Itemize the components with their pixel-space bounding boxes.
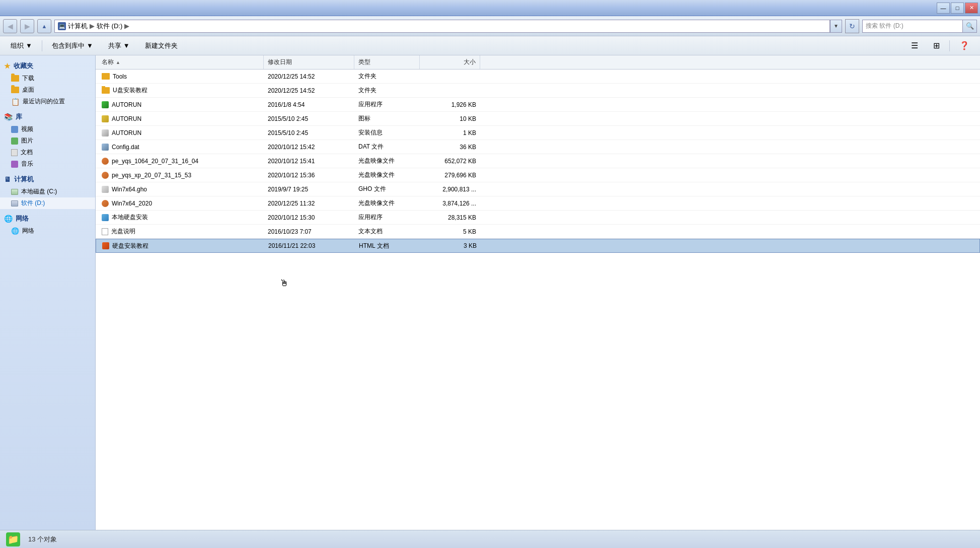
maximize-button[interactable]: □ (951, 3, 964, 14)
sidebar-computer-section: 🖥 计算机 本地磁盘 (C:) 软件 (D:) (0, 173, 95, 209)
sidebar-favorites-header[interactable]: ★ 收藏夹 (0, 59, 95, 73)
back-button[interactable]: ◀ (3, 19, 17, 33)
up-button[interactable]: ▲ (37, 19, 51, 33)
file-type-cell: 应用程序 (354, 213, 420, 222)
search-button[interactable]: 🔍 (963, 20, 977, 33)
file-size-cell: 1 KB (420, 129, 480, 136)
file-name-cell: 本地硬盘安装 (98, 213, 264, 222)
sidebar-item-video[interactable]: 视频 (0, 123, 95, 135)
folder-icon (11, 75, 19, 82)
address-path[interactable]: 💻 计算机 ▶ 软件 (D:) ▶ (54, 20, 830, 33)
col-header-size[interactable]: 大小 (420, 55, 480, 69)
col-header-type[interactable]: 类型 (354, 55, 420, 69)
table-row[interactable]: Win7x64_2020 2020/12/25 11:32 光盘映像文件 3,8… (96, 196, 980, 211)
view-button[interactable]: ☰ (906, 39, 924, 53)
star-icon: ★ (4, 62, 11, 70)
search-box[interactable]: 搜索 软件 (D:) (862, 20, 963, 33)
table-row[interactable]: U盘安装教程 2020/12/25 14:52 文件夹 (96, 84, 980, 98)
sidebar-item-label: 桌面 (22, 86, 34, 94)
picture-icon (11, 138, 18, 145)
sidebar-library-header[interactable]: 📚 库 (0, 110, 95, 123)
col-header-name[interactable]: 名称 ▲ (98, 55, 264, 69)
table-row[interactable]: 硬盘安装教程 2016/11/21 22:03 HTML 文档 3 KB (96, 239, 980, 253)
file-name-cell: AUTORUN (98, 115, 264, 122)
file-size-cell: 3 KB (420, 242, 481, 249)
file-size-cell: 3,874,126 ... (420, 200, 480, 207)
sidebar-item-desktop[interactable]: 桌面 (0, 84, 95, 96)
file-list-empty[interactable] (96, 253, 980, 404)
address-dropdown[interactable]: ▼ (830, 20, 842, 33)
sidebar-network-header[interactable]: 🌐 网络 (0, 212, 95, 225)
table-row[interactable]: Tools 2020/12/25 14:52 文件夹 (96, 70, 980, 84)
favorites-label: 收藏夹 (14, 61, 33, 71)
minimize-button[interactable]: — (937, 3, 950, 14)
table-row[interactable]: Win7x64.gho 2019/9/7 19:25 GHO 文件 2,900,… (96, 182, 980, 196)
sidebar-item-label: 本地磁盘 (C:) (21, 187, 57, 196)
folder-icon (11, 87, 19, 93)
app-icon (102, 214, 109, 221)
sidebar-item-network[interactable]: 🌐 网络 (0, 225, 95, 237)
file-name-cell: Win7x64_2020 (98, 200, 264, 207)
file-date-cell: 2020/12/25 14:52 (264, 73, 354, 80)
new-folder-button[interactable]: 新建文件夹 (139, 39, 183, 53)
table-row[interactable]: 本地硬盘安装 2020/10/12 15:30 应用程序 28,315 KB (96, 211, 980, 225)
help-button[interactable]: ❓ (954, 39, 975, 53)
file-name-cell: U盘安装教程 (98, 86, 264, 95)
file-name-cell: Tools (98, 73, 264, 80)
toolbar-sep-1 (42, 40, 42, 51)
table-row[interactable]: AUTORUN 2015/5/10 2:45 安装信息 1 KB (96, 126, 980, 140)
path-sep-2: ▶ (124, 22, 129, 30)
file-size-cell: 1,926 KB (420, 101, 480, 108)
sidebar-item-drive-d[interactable]: 软件 (D:) (0, 197, 95, 209)
col-header-modified[interactable]: 修改日期 (264, 55, 354, 69)
sidebar-item-label: 最近访问的位置 (23, 97, 65, 106)
table-row[interactable]: Config.dat 2020/10/12 15:42 DAT 文件 36 KB (96, 140, 980, 154)
file-date-cell: 2020/10/12 15:30 (264, 214, 354, 221)
path-computer: 计算机 (68, 22, 88, 31)
include-button[interactable]: 包含到库中 ▼ (46, 39, 99, 53)
file-type-cell: GHO 文件 (354, 185, 420, 193)
file-type-cell: 图标 (354, 114, 420, 123)
iso-icon (102, 172, 109, 179)
sidebar-computer-header[interactable]: 🖥 计算机 (0, 173, 95, 186)
titlebar: — □ ✕ (0, 0, 980, 16)
statusbar: 📁 13 个对象 (0, 530, 980, 548)
file-type-cell: 文件夹 (354, 86, 420, 95)
sidebar-item-documents[interactable]: 文档 (0, 147, 95, 158)
col-size-label: 大小 (464, 58, 476, 66)
sidebar-item-music[interactable]: 音乐 (0, 158, 95, 170)
table-row[interactable]: pe_yqs_xp_20_07_31_15_53 2020/10/12 15:3… (96, 168, 980, 182)
sidebar-item-downloads[interactable]: 下载 (0, 73, 95, 84)
share-dropdown-icon: ▼ (123, 42, 130, 49)
sidebar-item-drive-c[interactable]: 本地磁盘 (C:) (0, 186, 95, 197)
view-size-button[interactable]: ⊞ (928, 39, 945, 53)
file-type-cell: 应用程序 (354, 100, 420, 109)
file-name-cell: pe_yqs_xp_20_07_31_15_53 (98, 172, 264, 179)
exe-icon (102, 101, 109, 108)
sidebar-library-section: 📚 库 视频 图片 文档 音乐 (0, 110, 95, 170)
table-row[interactable]: AUTORUN 2016/1/8 4:54 应用程序 1,926 KB (96, 98, 980, 112)
table-row[interactable]: AUTORUN 2015/5/10 2:45 图标 10 KB (96, 112, 980, 126)
table-row[interactable]: 光盘说明 2016/10/23 7:07 文本文档 5 KB (96, 225, 980, 239)
close-button[interactable]: ✕ (965, 3, 978, 14)
organize-button[interactable]: 组织 ▼ (5, 39, 38, 53)
sidebar-item-pictures[interactable]: 图片 (0, 135, 95, 147)
organize-dropdown-icon: ▼ (26, 42, 32, 49)
refresh-button[interactable]: ↻ (845, 19, 859, 33)
table-row[interactable]: pe_yqs_1064_20_07_31_16_04 2020/10/12 15… (96, 154, 980, 168)
file-date-cell: 2020/12/25 14:52 (264, 87, 354, 94)
sidebar-item-label: 音乐 (21, 160, 33, 168)
file-type-cell: 光盘映像文件 (354, 199, 420, 208)
file-date-cell: 2020/12/25 11:32 (264, 200, 354, 207)
toolbar-sep-2 (949, 40, 950, 51)
drive-c-icon (11, 189, 18, 195)
addressbar: ◀ ▶ ▲ 💻 计算机 ▶ 软件 (D:) ▶ ▼ ↻ 搜索 软件 (D:) 🔍 (0, 16, 980, 36)
sidebar-item-recent[interactable]: 📋 最近访问的位置 (0, 96, 95, 107)
file-date-cell: 2020/10/12 15:42 (264, 144, 354, 151)
file-list: Tools 2020/12/25 14:52 文件夹 U盘安装教程 2020/1… (96, 70, 980, 530)
file-name-cell: pe_yqs_1064_20_07_31_16_04 (98, 158, 264, 165)
share-label: 共享 (108, 41, 121, 50)
share-button[interactable]: 共享 ▼ (103, 39, 135, 53)
forward-button[interactable]: ▶ (20, 19, 34, 33)
col-name-label: 名称 (102, 58, 114, 66)
